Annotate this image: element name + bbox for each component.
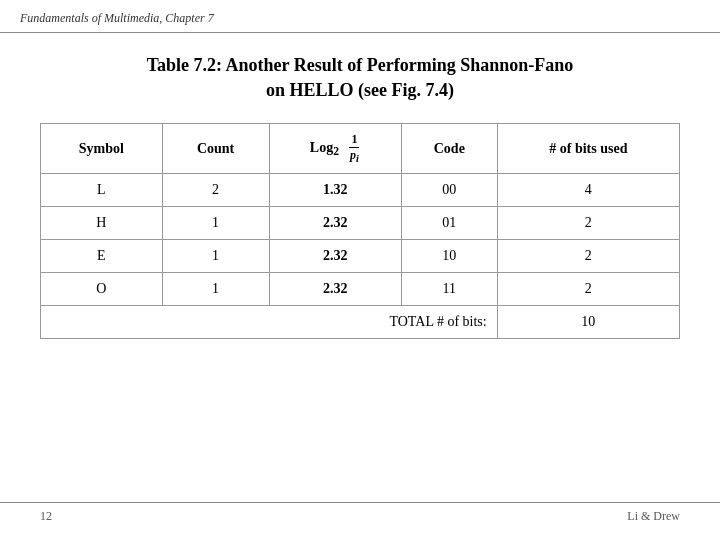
col-count: Count — [162, 124, 269, 174]
cell-log: 2.32 — [269, 240, 401, 273]
cell-bits: 2 — [497, 240, 679, 273]
cell-symbol: E — [41, 240, 163, 273]
page-header: Fundamentals of Multimedia, Chapter 7 — [0, 0, 720, 33]
col-code: Code — [401, 124, 497, 174]
cell-bits: 4 — [497, 174, 679, 207]
total-row: TOTAL # of bits: 10 — [41, 306, 680, 339]
footer-page: 12 — [40, 509, 52, 524]
table-row: L 2 1.32 00 4 — [41, 174, 680, 207]
col-log: Log2 1 pi — [269, 124, 401, 174]
total-value: 10 — [497, 306, 679, 339]
col-symbol: Symbol — [41, 124, 163, 174]
cell-log: 2.32 — [269, 273, 401, 306]
cell-code: 00 — [401, 174, 497, 207]
page-footer: 12 Li & Drew — [0, 502, 720, 530]
cell-code: 10 — [401, 240, 497, 273]
cell-symbol: O — [41, 273, 163, 306]
col-bits: # of bits used — [497, 124, 679, 174]
cell-code: 01 — [401, 207, 497, 240]
table-row: E 1 2.32 10 2 — [41, 240, 680, 273]
cell-code: 11 — [401, 273, 497, 306]
cell-count: 1 — [162, 207, 269, 240]
header-text: Fundamentals of Multimedia, Chapter 7 — [20, 11, 214, 25]
cell-count: 1 — [162, 273, 269, 306]
main-content: Table 7.2: Another Result of Performing … — [0, 33, 720, 359]
cell-bits: 2 — [497, 207, 679, 240]
cell-symbol: L — [41, 174, 163, 207]
cell-log: 1.32 — [269, 174, 401, 207]
total-label: TOTAL # of bits: — [41, 306, 498, 339]
table-header-row: Symbol Count Log2 1 pi Code # of bits us… — [41, 124, 680, 174]
table-row: O 1 2.32 11 2 — [41, 273, 680, 306]
cell-symbol: H — [41, 207, 163, 240]
cell-count: 2 — [162, 174, 269, 207]
footer-author: Li & Drew — [627, 509, 680, 524]
table-row: H 1 2.32 01 2 — [41, 207, 680, 240]
cell-count: 1 — [162, 240, 269, 273]
cell-log: 2.32 — [269, 207, 401, 240]
cell-bits: 2 — [497, 273, 679, 306]
data-table: Symbol Count Log2 1 pi Code # of bits us… — [40, 123, 680, 339]
page-title: Table 7.2: Another Result of Performing … — [40, 53, 680, 103]
